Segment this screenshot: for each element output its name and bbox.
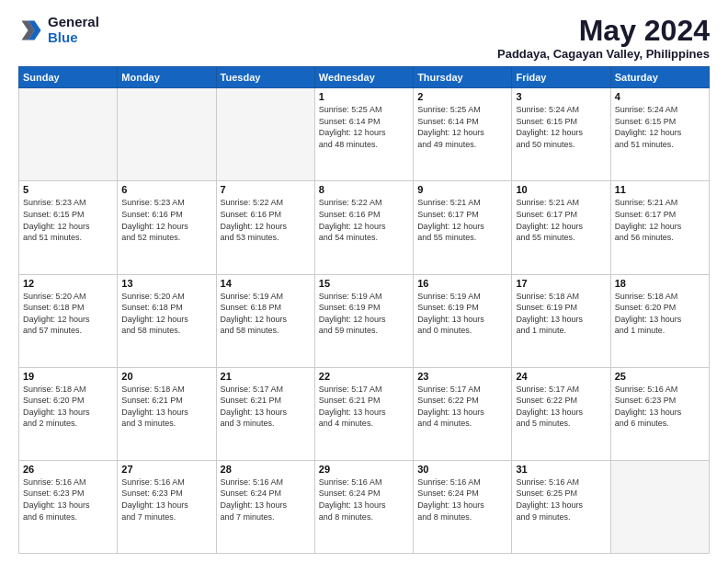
day-cell-2-5: 17Sunrise: 5:18 AM Sunset: 6:19 PM Dayli… (512, 274, 610, 367)
day-number: 12 (23, 278, 113, 289)
day-cell-1-3: 8Sunrise: 5:22 AM Sunset: 6:16 PM Daylig… (314, 181, 413, 274)
day-cell-0-0 (19, 88, 118, 181)
day-number: 7 (221, 184, 311, 195)
col-monday: Monday (118, 67, 216, 88)
day-info: Sunrise: 5:25 AM Sunset: 6:14 PM Dayligh… (319, 104, 409, 150)
day-number: 16 (417, 278, 507, 289)
day-cell-0-1 (118, 88, 216, 181)
day-number: 25 (615, 371, 705, 382)
logo-icon (18, 17, 44, 43)
day-cell-2-1: 13Sunrise: 5:20 AM Sunset: 6:18 PM Dayli… (118, 274, 216, 367)
day-cell-0-6: 4Sunrise: 5:24 AM Sunset: 6:15 PM Daylig… (610, 88, 709, 181)
day-info: Sunrise: 5:18 AM Sunset: 6:20 PM Dayligh… (615, 291, 705, 337)
day-number: 10 (516, 184, 606, 195)
day-number: 3 (516, 91, 606, 102)
col-sunday: Sunday (19, 67, 118, 88)
day-number: 15 (319, 278, 409, 289)
day-info: Sunrise: 5:16 AM Sunset: 6:23 PM Dayligh… (615, 384, 705, 430)
day-info: Sunrise: 5:17 AM Sunset: 6:22 PM Dayligh… (417, 384, 507, 430)
day-info: Sunrise: 5:18 AM Sunset: 6:19 PM Dayligh… (516, 291, 606, 337)
day-cell-0-5: 3Sunrise: 5:24 AM Sunset: 6:15 PM Daylig… (512, 88, 610, 181)
day-cell-3-2: 21Sunrise: 5:17 AM Sunset: 6:21 PM Dayli… (216, 367, 314, 460)
day-cell-4-5: 31Sunrise: 5:16 AM Sunset: 6:25 PM Dayli… (512, 460, 610, 553)
day-cell-4-0: 26Sunrise: 5:16 AM Sunset: 6:23 PM Dayli… (19, 460, 118, 553)
day-number: 31 (516, 464, 606, 475)
day-number: 13 (121, 278, 211, 289)
day-number: 4 (615, 91, 705, 102)
week-row-3: 12Sunrise: 5:20 AM Sunset: 6:18 PM Dayli… (19, 274, 710, 367)
day-cell-2-2: 14Sunrise: 5:19 AM Sunset: 6:18 PM Dayli… (216, 274, 314, 367)
day-cell-3-1: 20Sunrise: 5:18 AM Sunset: 6:21 PM Dayli… (118, 367, 216, 460)
day-number: 28 (221, 464, 311, 475)
day-number: 1 (319, 91, 409, 102)
day-number: 18 (615, 278, 705, 289)
header-right: May 2024 Paddaya, Cagayan Valley, Philip… (497, 15, 710, 61)
day-cell-4-4: 30Sunrise: 5:16 AM Sunset: 6:24 PM Dayli… (414, 460, 512, 553)
day-number: 20 (121, 371, 211, 382)
day-info: Sunrise: 5:24 AM Sunset: 6:15 PM Dayligh… (516, 104, 606, 150)
day-info: Sunrise: 5:16 AM Sunset: 6:25 PM Dayligh… (516, 477, 606, 523)
day-cell-1-0: 5Sunrise: 5:23 AM Sunset: 6:15 PM Daylig… (19, 181, 118, 274)
day-info: Sunrise: 5:16 AM Sunset: 6:24 PM Dayligh… (221, 477, 311, 523)
day-number: 26 (23, 464, 113, 475)
col-tuesday: Tuesday (216, 67, 314, 88)
page: General Blue May 2024 Paddaya, Cagayan V… (0, 0, 728, 563)
day-number: 17 (516, 278, 606, 289)
calendar-header-row: Sunday Monday Tuesday Wednesday Thursday… (19, 67, 710, 88)
day-info: Sunrise: 5:22 AM Sunset: 6:16 PM Dayligh… (221, 197, 311, 243)
day-info: Sunrise: 5:21 AM Sunset: 6:17 PM Dayligh… (516, 197, 606, 243)
day-cell-2-3: 15Sunrise: 5:19 AM Sunset: 6:19 PM Dayli… (314, 274, 413, 367)
header: General Blue May 2024 Paddaya, Cagayan V… (18, 15, 710, 61)
location: Paddaya, Cagayan Valley, Philippines (497, 47, 710, 61)
month-title: May 2024 (497, 15, 710, 47)
day-cell-4-2: 28Sunrise: 5:16 AM Sunset: 6:24 PM Dayli… (216, 460, 314, 553)
day-number: 27 (121, 464, 211, 475)
day-info: Sunrise: 5:19 AM Sunset: 6:19 PM Dayligh… (417, 291, 507, 337)
day-info: Sunrise: 5:20 AM Sunset: 6:18 PM Dayligh… (121, 291, 211, 337)
col-wednesday: Wednesday (314, 67, 413, 88)
logo-text: General Blue (48, 15, 99, 45)
day-info: Sunrise: 5:25 AM Sunset: 6:14 PM Dayligh… (417, 104, 507, 150)
day-cell-1-1: 6Sunrise: 5:23 AM Sunset: 6:16 PM Daylig… (118, 181, 216, 274)
day-info: Sunrise: 5:17 AM Sunset: 6:21 PM Dayligh… (221, 384, 311, 430)
day-cell-3-5: 24Sunrise: 5:17 AM Sunset: 6:22 PM Dayli… (512, 367, 610, 460)
day-cell-3-0: 19Sunrise: 5:18 AM Sunset: 6:20 PM Dayli… (19, 367, 118, 460)
day-cell-1-5: 10Sunrise: 5:21 AM Sunset: 6:17 PM Dayli… (512, 181, 610, 274)
col-saturday: Saturday (610, 67, 709, 88)
day-cell-2-0: 12Sunrise: 5:20 AM Sunset: 6:18 PM Dayli… (19, 274, 118, 367)
day-info: Sunrise: 5:23 AM Sunset: 6:15 PM Dayligh… (23, 197, 113, 243)
logo-blue-text: Blue (48, 30, 99, 46)
day-info: Sunrise: 5:16 AM Sunset: 6:23 PM Dayligh… (23, 477, 113, 523)
day-cell-1-6: 11Sunrise: 5:21 AM Sunset: 6:17 PM Dayli… (610, 181, 709, 274)
day-number: 30 (417, 464, 507, 475)
day-cell-2-4: 16Sunrise: 5:19 AM Sunset: 6:19 PM Dayli… (414, 274, 512, 367)
day-info: Sunrise: 5:20 AM Sunset: 6:18 PM Dayligh… (23, 291, 113, 337)
day-cell-4-6 (610, 460, 709, 553)
day-cell-0-4: 2Sunrise: 5:25 AM Sunset: 6:14 PM Daylig… (414, 88, 512, 181)
day-number: 29 (319, 464, 409, 475)
day-number: 14 (221, 278, 311, 289)
logo: General Blue (18, 15, 99, 45)
day-number: 2 (417, 91, 507, 102)
day-info: Sunrise: 5:19 AM Sunset: 6:19 PM Dayligh… (319, 291, 409, 337)
day-info: Sunrise: 5:16 AM Sunset: 6:24 PM Dayligh… (417, 477, 507, 523)
day-info: Sunrise: 5:22 AM Sunset: 6:16 PM Dayligh… (319, 197, 409, 243)
day-info: Sunrise: 5:19 AM Sunset: 6:18 PM Dayligh… (221, 291, 311, 337)
day-info: Sunrise: 5:17 AM Sunset: 6:22 PM Dayligh… (516, 384, 606, 430)
day-cell-3-4: 23Sunrise: 5:17 AM Sunset: 6:22 PM Dayli… (414, 367, 512, 460)
day-cell-1-2: 7Sunrise: 5:22 AM Sunset: 6:16 PM Daylig… (216, 181, 314, 274)
day-info: Sunrise: 5:18 AM Sunset: 6:21 PM Dayligh… (121, 384, 211, 430)
day-number: 6 (121, 184, 211, 195)
day-info: Sunrise: 5:21 AM Sunset: 6:17 PM Dayligh… (417, 197, 507, 243)
col-thursday: Thursday (414, 67, 512, 88)
day-number: 19 (23, 371, 113, 382)
day-cell-4-3: 29Sunrise: 5:16 AM Sunset: 6:24 PM Dayli… (314, 460, 413, 553)
day-number: 23 (417, 371, 507, 382)
day-number: 11 (615, 184, 705, 195)
day-number: 22 (319, 371, 409, 382)
day-info: Sunrise: 5:18 AM Sunset: 6:20 PM Dayligh… (23, 384, 113, 430)
day-info: Sunrise: 5:21 AM Sunset: 6:17 PM Dayligh… (615, 197, 705, 243)
day-cell-0-2 (216, 88, 314, 181)
day-cell-3-3: 22Sunrise: 5:17 AM Sunset: 6:21 PM Dayli… (314, 367, 413, 460)
day-info: Sunrise: 5:24 AM Sunset: 6:15 PM Dayligh… (615, 104, 705, 150)
